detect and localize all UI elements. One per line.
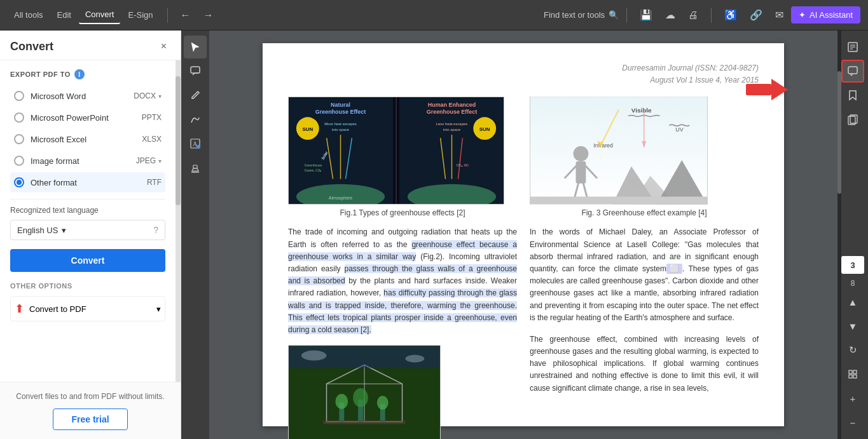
svg-point-43 — [335, 394, 348, 409]
vertical-toolbar: A — [181, 30, 209, 439]
svg-point-45 — [353, 388, 368, 407]
svg-text:More heat escapes: More heat escapes — [324, 123, 357, 126]
convert-to-pdf-option[interactable]: ⬆ Convert to PDF ▾ — [10, 296, 165, 321]
figure-2-image — [288, 345, 441, 439]
tab-edit[interactable]: Edit — [51, 6, 78, 24]
search-icon: 🔍 — [609, 10, 619, 20]
language-selector[interactable]: English US ▾ ? — [10, 220, 165, 240]
viewer-scrollbar-track[interactable] — [837, 30, 841, 439]
svg-text:Natural: Natural — [331, 102, 350, 109]
ai-assistant-button[interactable]: ✦ AI Assistant — [791, 6, 860, 24]
search-bar[interactable]: Find text or tools 🔍 — [544, 10, 619, 20]
cursor-icon — [189, 41, 201, 53]
fit-page-button[interactable] — [841, 363, 864, 386]
annotation-panel-button[interactable] — [841, 36, 864, 58]
accessibility-icon[interactable]: ♿ — [719, 5, 742, 25]
zoom-out-button[interactable]: − — [841, 411, 864, 434]
panel-bottom-text: Convert files to and from PDF without li… — [10, 391, 170, 402]
info-icon[interactable]: i — [74, 69, 85, 79]
chevron-image-icon: ▾ — [158, 158, 162, 165]
svg-text:Infrared: Infrared — [593, 142, 613, 149]
tab-esign[interactable]: E-Sign — [121, 6, 159, 24]
free-trial-button[interactable]: Free trial — [53, 409, 127, 430]
journal-issue: August Vol 1 Issue 4, Year 2015 — [288, 74, 759, 86]
tab-convert[interactable]: Convert — [79, 6, 121, 24]
panel-header: Convert × — [0, 30, 181, 60]
pdf-icon: ⬆ — [15, 302, 24, 316]
svg-point-47 — [377, 396, 389, 410]
right-column: Visible UV Infrared — [530, 97, 759, 439]
format-option-word[interactable]: Microsoft Word DOCX ▾ — [10, 86, 165, 106]
chevron-pdf-icon: ▾ — [156, 304, 161, 314]
format-other-ext: RTF — [147, 178, 162, 187]
ai-label: AI Assistant — [809, 10, 853, 20]
thumbnail-panel-button[interactable] — [841, 108, 864, 131]
left-body-text: The trade of incoming and outgoing radia… — [288, 226, 517, 336]
figure-3-image: Visible UV Infrared — [530, 97, 708, 205]
format-option-image[interactable]: Image format JPEG ▾ — [10, 151, 165, 171]
draw-icon — [189, 114, 201, 125]
zoom-in-button[interactable]: + — [841, 387, 864, 410]
right-sidebar: 3 8 ▲ ▼ ↻ + − — [837, 30, 868, 439]
format-option-other[interactable]: Other format RTF — [10, 172, 165, 192]
link-icon[interactable]: 🔗 — [745, 5, 768, 25]
prev-page-button[interactable]: ▲ — [841, 290, 864, 313]
format-ppt-label: Microsoft PowerPoint — [31, 113, 135, 123]
redo-button[interactable]: → — [198, 6, 219, 25]
bookmark-icon — [847, 90, 858, 101]
ai-icon: ✦ — [799, 10, 806, 20]
svg-text:Greenhouse Effect: Greenhouse Effect — [315, 109, 366, 116]
panel-close-button[interactable]: × — [157, 39, 170, 53]
speech-bubble-icon — [847, 65, 858, 77]
select-tool-button[interactable] — [184, 36, 207, 58]
format-image-label: Image format — [31, 156, 130, 166]
stamp-icon — [189, 162, 201, 173]
journal-title: Durreesamin Journal (ISSN: 2204-9827) — [288, 62, 759, 74]
svg-text:UV: UV — [675, 127, 683, 133]
comment-panel-button[interactable] — [841, 60, 864, 83]
tab-all-tools[interactable]: All tools — [8, 6, 50, 24]
figure-2-container — [288, 345, 517, 439]
panel-scrollbar[interactable] — [176, 60, 181, 382]
annotation-tool-button[interactable] — [184, 60, 207, 83]
panel-bottom: Convert files to and from PDF without li… — [0, 382, 181, 439]
highlight-tool-button[interactable] — [184, 84, 207, 107]
radio-ppt — [14, 112, 24, 123]
figure-1-image: Natural Greenhouse Effect Human Enhanced… — [288, 97, 504, 205]
cloud-icon[interactable]: ☁ — [660, 5, 680, 25]
format-word-ext: DOCX ▾ — [134, 91, 162, 100]
undo-button[interactable]: ← — [176, 6, 196, 25]
draw-tool-button[interactable] — [184, 108, 207, 131]
radio-excel — [14, 134, 24, 144]
format-option-ppt[interactable]: Microsoft PowerPoint PPTX — [10, 107, 165, 128]
svg-text:into space: into space — [443, 128, 461, 132]
text-tool-button[interactable]: A — [184, 132, 207, 155]
svg-text:Gases, CO₂: Gases, CO₂ — [305, 169, 322, 172]
email-icon[interactable]: ✉ — [770, 5, 789, 25]
svg-text:Human Enhanced: Human Enhanced — [428, 102, 476, 109]
refresh-button[interactable]: ↻ — [841, 339, 864, 361]
svg-rect-78 — [849, 370, 852, 374]
svg-rect-48 — [324, 421, 406, 424]
figure-3-caption: Fig. 3 Greenhouse effect example [4] — [530, 208, 759, 217]
stamp-tool-button[interactable] — [184, 156, 207, 179]
format-word-label: Microsoft Word — [31, 91, 127, 101]
toolbar-divider-2 — [626, 8, 627, 23]
arrow-annotation — [745, 74, 789, 107]
svg-rect-6 — [746, 84, 771, 95]
svg-rect-0 — [191, 67, 200, 73]
tab-group: All tools Edit Convert E-Sign — [8, 6, 160, 24]
bookmark-panel-button[interactable] — [841, 84, 864, 107]
page-number-box[interactable]: 3 — [841, 256, 864, 274]
convert-button[interactable]: Convert — [10, 249, 165, 272]
save-icon[interactable]: 💾 — [635, 5, 658, 25]
svg-text:SUN: SUN — [479, 127, 490, 133]
text-tool-icon: A — [189, 138, 201, 149]
svg-text:Atmosphere: Atmosphere — [329, 196, 353, 201]
print-icon[interactable]: 🖨 — [683, 6, 703, 25]
format-option-excel[interactable]: Microsoft Excel XLSX — [10, 129, 165, 149]
svg-text:Less heat escapes: Less heat escapes — [436, 123, 468, 126]
next-page-button[interactable]: ▼ — [841, 314, 864, 337]
toolbar-divider-3 — [711, 8, 712, 23]
convert-to-pdf-label: Convert to PDF — [29, 304, 86, 314]
